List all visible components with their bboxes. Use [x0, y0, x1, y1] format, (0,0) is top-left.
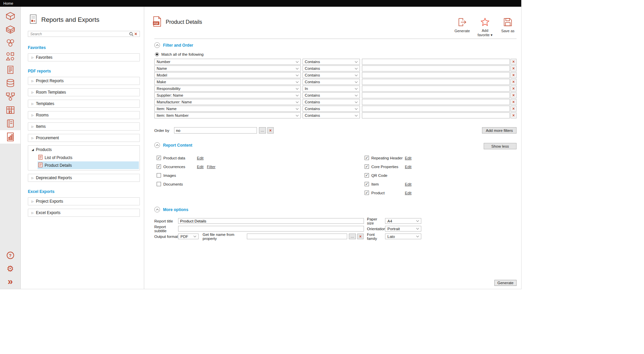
core-properties-checkbox[interactable]: [365, 164, 369, 169]
filter-field-dropdown[interactable]: Item: Item Number: [154, 112, 301, 118]
output-format-dropdown[interactable]: PDF: [178, 234, 199, 239]
expand-arrow-icon[interactable]: ▷: [32, 80, 36, 83]
sidebar-item-products[interactable]: ◢ Products: [28, 146, 140, 154]
show-less-button[interactable]: Show less: [484, 143, 517, 149]
filter-operator-dropdown[interactable]: Contains: [303, 59, 360, 65]
search-input[interactable]: [30, 32, 128, 36]
help-button[interactable]: ?: [0, 249, 20, 262]
order-by-input[interactable]: [174, 127, 257, 134]
sidebar-item-product-details[interactable]: Product Details: [38, 161, 139, 169]
match-all-radio[interactable]: [155, 52, 159, 56]
file-name-clear-button[interactable]: ×: [357, 234, 364, 239]
remove-filter-button[interactable]: ×: [511, 72, 517, 78]
filter-operator-dropdown[interactable]: Contains: [303, 99, 360, 105]
filter-link[interactable]: Filter: [207, 165, 216, 169]
edit-link[interactable]: Edit: [405, 182, 412, 186]
filter-value-input[interactable]: [362, 92, 510, 98]
filter-operator-dropdown[interactable]: Contains: [303, 72, 360, 78]
expand-arrow-icon[interactable]: ▷: [32, 102, 36, 105]
collapse-section-button[interactable]: [154, 42, 160, 48]
sidebar-item-reports[interactable]: [0, 130, 20, 144]
images-checkbox[interactable]: [157, 173, 161, 178]
expand-arrow-icon[interactable]: ▷: [32, 200, 36, 203]
edit-link[interactable]: Edit: [405, 156, 412, 160]
product-data-checkbox[interactable]: [157, 156, 161, 160]
sidebar-item-products-module[interactable]: [0, 36, 20, 50]
search-icon[interactable]: [129, 32, 133, 36]
qr-code-checkbox[interactable]: [365, 173, 369, 178]
sidebar-item-deprecated-reports[interactable]: ▷ Deprecated Reports: [28, 174, 140, 182]
edit-link[interactable]: Edit: [405, 165, 412, 169]
collapse-section-button[interactable]: [154, 142, 160, 148]
collapse-section-button[interactable]: [154, 207, 160, 212]
filter-field-dropdown[interactable]: Item: Name: [154, 106, 301, 112]
edit-link[interactable]: Edit: [197, 156, 204, 160]
repeating-header-checkbox[interactable]: [365, 156, 369, 160]
filter-operator-dropdown[interactable]: In: [303, 86, 360, 92]
sidebar-item-data[interactable]: [0, 77, 20, 90]
sidebar-item-templates[interactable]: ▷ Templates: [28, 100, 140, 108]
filter-value-input[interactable]: [362, 72, 510, 78]
filter-operator-dropdown[interactable]: Contains: [303, 112, 360, 118]
remove-filter-button[interactable]: ×: [511, 99, 517, 105]
remove-filter-button[interactable]: ×: [511, 86, 517, 92]
expand-arrow-icon[interactable]: ▷: [32, 56, 36, 59]
sidebar-item-documents[interactable]: [0, 63, 20, 77]
edit-link[interactable]: Edit: [197, 165, 204, 169]
add-favorite-button[interactable]: Add favorite ▾: [476, 18, 494, 37]
generate-report-button[interactable]: Generate: [494, 280, 517, 286]
filter-field-dropdown[interactable]: Name: [154, 65, 301, 71]
expand-arrow-icon[interactable]: ▷: [32, 137, 36, 140]
filter-field-dropdown[interactable]: Number: [154, 59, 301, 65]
filter-field-dropdown[interactable]: Make: [154, 79, 301, 85]
save-as-button[interactable]: Save as: [499, 18, 517, 33]
add-more-filters-button[interactable]: Add more filters: [482, 127, 517, 134]
sidebar-item-furniture[interactable]: [0, 9, 20, 23]
expand-rail-button[interactable]: »: [0, 275, 20, 289]
remove-filter-button[interactable]: ×: [511, 112, 517, 118]
filter-value-input[interactable]: [362, 106, 510, 112]
remove-filter-button[interactable]: ×: [511, 79, 517, 85]
settings-button[interactable]: ⚙: [0, 262, 20, 275]
sidebar-item-project-exports[interactable]: ▷ Project Exports: [28, 197, 140, 205]
filter-operator-dropdown[interactable]: Contains: [303, 106, 360, 112]
filter-value-input[interactable]: [362, 79, 510, 85]
edit-link[interactable]: Edit: [405, 191, 412, 195]
paper-size-dropdown[interactable]: A4: [385, 218, 421, 224]
sidebar-item-room-templates[interactable]: ▷ Room Templates: [28, 88, 140, 96]
remove-filter-button[interactable]: ×: [511, 106, 517, 112]
orientation-dropdown[interactable]: Portrait: [385, 226, 421, 232]
documents-checkbox[interactable]: [157, 182, 161, 186]
sidebar-item-storage[interactable]: [0, 23, 20, 36]
filter-field-dropdown[interactable]: Model: [154, 72, 301, 78]
filter-value-input[interactable]: [362, 86, 510, 92]
report-subtitle-input[interactable]: [178, 226, 364, 232]
sidebar-item-catalog[interactable]: [0, 117, 20, 130]
filter-value-input[interactable]: [362, 112, 510, 118]
filter-value-input[interactable]: [362, 65, 510, 71]
remove-filter-button[interactable]: ×: [511, 65, 517, 71]
filter-field-dropdown[interactable]: Responsibility: [154, 86, 301, 92]
sidebar-item-components[interactable]: [0, 50, 20, 63]
sidebar-item-list-of-products[interactable]: List of Products: [38, 154, 139, 161]
filter-value-input[interactable]: [362, 99, 510, 105]
sidebar-item-project-reports[interactable]: ▷ Project Reports: [28, 77, 140, 85]
sidebar-item-rooms-module[interactable]: [0, 103, 20, 117]
expand-arrow-icon[interactable]: ▷: [32, 211, 36, 214]
generate-button[interactable]: Generate: [453, 18, 471, 33]
clear-search-icon[interactable]: ×: [133, 32, 138, 36]
item-checkbox[interactable]: [365, 182, 369, 186]
sidebar-item-favorites[interactable]: ▷ Favorites: [28, 53, 140, 61]
remove-filter-button[interactable]: ×: [511, 92, 517, 98]
filter-operator-dropdown[interactable]: Contains: [303, 79, 360, 85]
expand-arrow-icon[interactable]: ▷: [32, 91, 36, 94]
remove-filter-button[interactable]: ×: [511, 59, 517, 65]
sidebar-item-workflow[interactable]: [0, 90, 20, 103]
filter-operator-dropdown[interactable]: Contains: [303, 65, 360, 71]
order-by-browse-button[interactable]: …: [259, 127, 266, 134]
report-title-input[interactable]: [178, 218, 364, 224]
filter-field-dropdown[interactable]: Manufacturer: Name: [154, 99, 301, 105]
filter-field-dropdown[interactable]: Supplier: Name: [154, 92, 301, 98]
font-family-dropdown[interactable]: Lato: [385, 234, 421, 239]
product-checkbox[interactable]: [365, 191, 369, 195]
